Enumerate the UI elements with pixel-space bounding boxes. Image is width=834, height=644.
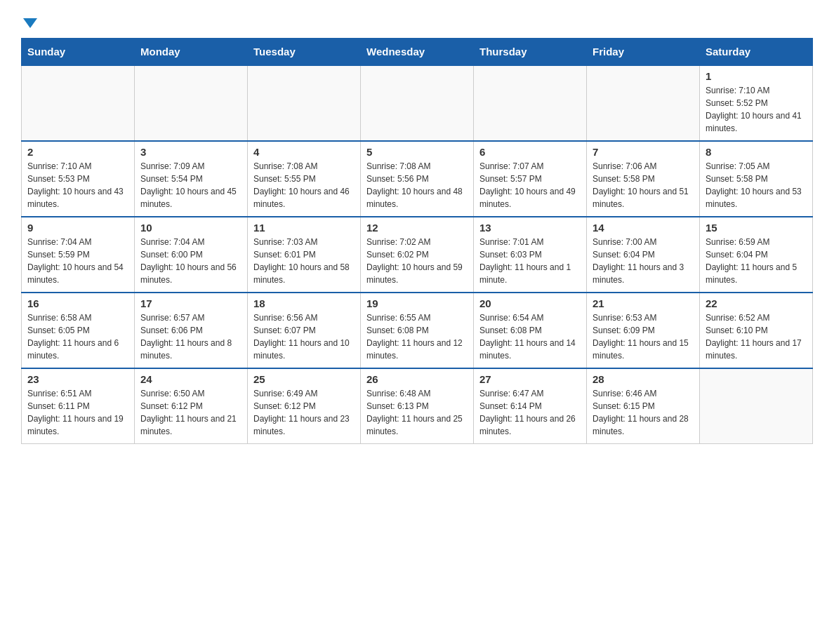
calendar-cell: 18Sunrise: 6:56 AMSunset: 6:07 PMDayligh…: [248, 293, 361, 368]
days-of-week-row: Sunday Monday Tuesday Wednesday Thursday…: [22, 39, 813, 66]
day-info: Sunrise: 7:08 AMSunset: 5:56 PMDaylight:…: [366, 160, 468, 210]
day-number: 1: [706, 70, 807, 82]
col-thursday: Thursday: [474, 39, 587, 66]
calendar-cell: 25Sunrise: 6:49 AMSunset: 6:12 PMDayligh…: [248, 368, 361, 444]
calendar-cell: 8Sunrise: 7:05 AMSunset: 5:58 PMDaylight…: [700, 141, 813, 217]
day-number: 25: [253, 373, 355, 385]
calendar-cell: 14Sunrise: 7:00 AMSunset: 6:04 PMDayligh…: [587, 217, 700, 293]
col-friday: Friday: [587, 39, 700, 66]
calendar-cell: 5Sunrise: 7:08 AMSunset: 5:56 PMDaylight…: [361, 141, 474, 217]
col-saturday: Saturday: [700, 39, 813, 66]
calendar-cell: 22Sunrise: 6:52 AMSunset: 6:10 PMDayligh…: [700, 293, 813, 368]
calendar-week-row: 2Sunrise: 7:10 AMSunset: 5:53 PMDaylight…: [22, 141, 813, 217]
calendar-cell: 1Sunrise: 7:10 AMSunset: 5:52 PMDaylight…: [700, 65, 813, 141]
day-info: Sunrise: 6:59 AMSunset: 6:04 PMDaylight:…: [706, 236, 807, 286]
calendar-cell: 12Sunrise: 7:02 AMSunset: 6:02 PMDayligh…: [361, 217, 474, 293]
day-number: 2: [27, 146, 128, 158]
calendar-cell: [248, 65, 361, 141]
calendar-week-row: 16Sunrise: 6:58 AMSunset: 6:05 PMDayligh…: [22, 293, 813, 368]
calendar-cell: 4Sunrise: 7:08 AMSunset: 5:55 PMDaylight…: [248, 141, 361, 217]
day-info: Sunrise: 7:04 AMSunset: 6:00 PMDaylight:…: [140, 236, 241, 286]
day-info: Sunrise: 6:53 AMSunset: 6:09 PMDaylight:…: [593, 311, 694, 362]
calendar-cell: 15Sunrise: 6:59 AMSunset: 6:04 PMDayligh…: [700, 217, 813, 293]
day-info: Sunrise: 7:10 AMSunset: 5:53 PMDaylight:…: [27, 160, 128, 210]
calendar-cell: 16Sunrise: 6:58 AMSunset: 6:05 PMDayligh…: [22, 293, 135, 368]
calendar-cell: [474, 65, 587, 141]
day-info: Sunrise: 6:50 AMSunset: 6:12 PMDaylight:…: [140, 387, 241, 438]
day-info: Sunrise: 7:09 AMSunset: 5:54 PMDaylight:…: [140, 160, 241, 210]
day-number: 24: [140, 373, 241, 385]
col-wednesday: Wednesday: [361, 39, 474, 66]
day-info: Sunrise: 6:48 AMSunset: 6:13 PMDaylight:…: [366, 387, 468, 438]
day-info: Sunrise: 6:54 AMSunset: 6:08 PMDaylight:…: [479, 311, 581, 362]
calendar-week-row: 23Sunrise: 6:51 AMSunset: 6:11 PMDayligh…: [22, 368, 813, 444]
day-number: 15: [706, 222, 807, 234]
day-number: 7: [593, 146, 694, 158]
calendar-cell: 6Sunrise: 7:07 AMSunset: 5:57 PMDaylight…: [474, 141, 587, 217]
logo: [21, 14, 37, 27]
calendar-cell: 19Sunrise: 6:55 AMSunset: 6:08 PMDayligh…: [361, 293, 474, 368]
day-info: Sunrise: 6:49 AMSunset: 6:12 PMDaylight:…: [253, 387, 355, 438]
calendar-cell: 9Sunrise: 7:04 AMSunset: 5:59 PMDaylight…: [22, 217, 135, 293]
calendar-week-row: 9Sunrise: 7:04 AMSunset: 5:59 PMDaylight…: [22, 217, 813, 293]
calendar-cell: [22, 65, 135, 141]
calendar-cell: 11Sunrise: 7:03 AMSunset: 6:01 PMDayligh…: [248, 217, 361, 293]
calendar-cell: 21Sunrise: 6:53 AMSunset: 6:09 PMDayligh…: [587, 293, 700, 368]
day-number: 23: [27, 373, 128, 385]
day-number: 10: [140, 222, 241, 234]
day-info: Sunrise: 7:08 AMSunset: 5:55 PMDaylight:…: [253, 160, 355, 210]
day-number: 18: [253, 297, 355, 309]
day-info: Sunrise: 6:56 AMSunset: 6:07 PMDaylight:…: [253, 311, 355, 362]
col-monday: Monday: [135, 39, 248, 66]
logo-arrow-icon: [23, 18, 37, 28]
page-header: [21, 14, 813, 27]
day-info: Sunrise: 6:51 AMSunset: 6:11 PMDaylight:…: [27, 387, 128, 438]
day-info: Sunrise: 7:04 AMSunset: 5:59 PMDaylight:…: [27, 236, 128, 286]
day-number: 12: [366, 222, 468, 234]
calendar-cell: 7Sunrise: 7:06 AMSunset: 5:58 PMDaylight…: [587, 141, 700, 217]
day-info: Sunrise: 6:47 AMSunset: 6:14 PMDaylight:…: [479, 387, 581, 438]
day-info: Sunrise: 7:02 AMSunset: 6:02 PMDaylight:…: [366, 236, 468, 286]
day-number: 5: [366, 146, 468, 158]
calendar-cell: 2Sunrise: 7:10 AMSunset: 5:53 PMDaylight…: [22, 141, 135, 217]
day-number: 8: [706, 146, 807, 158]
day-number: 20: [479, 297, 581, 309]
day-number: 14: [593, 222, 694, 234]
day-info: Sunrise: 7:01 AMSunset: 6:03 PMDaylight:…: [479, 236, 581, 286]
day-info: Sunrise: 7:10 AMSunset: 5:52 PMDaylight:…: [706, 84, 807, 135]
day-number: 3: [140, 146, 241, 158]
day-number: 13: [479, 222, 581, 234]
calendar-cell: 23Sunrise: 6:51 AMSunset: 6:11 PMDayligh…: [22, 368, 135, 444]
day-info: Sunrise: 7:07 AMSunset: 5:57 PMDaylight:…: [479, 160, 581, 210]
day-info: Sunrise: 7:00 AMSunset: 6:04 PMDaylight:…: [593, 236, 694, 286]
day-info: Sunrise: 6:46 AMSunset: 6:15 PMDaylight:…: [593, 387, 694, 438]
calendar-cell: 10Sunrise: 7:04 AMSunset: 6:00 PMDayligh…: [135, 217, 248, 293]
day-number: 28: [593, 373, 694, 385]
day-number: 22: [706, 297, 807, 309]
calendar-header: Sunday Monday Tuesday Wednesday Thursday…: [22, 39, 813, 66]
day-number: 16: [27, 297, 128, 309]
day-number: 26: [366, 373, 468, 385]
day-number: 21: [593, 297, 694, 309]
day-number: 19: [366, 297, 468, 309]
day-info: Sunrise: 7:05 AMSunset: 5:58 PMDaylight:…: [706, 160, 807, 210]
calendar-body: 1Sunrise: 7:10 AMSunset: 5:52 PMDaylight…: [22, 65, 813, 444]
day-info: Sunrise: 6:58 AMSunset: 6:05 PMDaylight:…: [27, 311, 128, 362]
calendar-cell: [587, 65, 700, 141]
day-number: 27: [479, 373, 581, 385]
day-number: 11: [253, 222, 355, 234]
day-number: 9: [27, 222, 128, 234]
calendar-cell: 17Sunrise: 6:57 AMSunset: 6:06 PMDayligh…: [135, 293, 248, 368]
calendar-cell: [700, 368, 813, 444]
day-number: 6: [479, 146, 581, 158]
day-info: Sunrise: 7:03 AMSunset: 6:01 PMDaylight:…: [253, 236, 355, 286]
calendar-cell: 28Sunrise: 6:46 AMSunset: 6:15 PMDayligh…: [587, 368, 700, 444]
calendar-cell: 26Sunrise: 6:48 AMSunset: 6:13 PMDayligh…: [361, 368, 474, 444]
col-sunday: Sunday: [22, 39, 135, 66]
calendar-cell: 24Sunrise: 6:50 AMSunset: 6:12 PMDayligh…: [135, 368, 248, 444]
calendar-cell: [135, 65, 248, 141]
calendar-cell: 13Sunrise: 7:01 AMSunset: 6:03 PMDayligh…: [474, 217, 587, 293]
calendar-cell: 3Sunrise: 7:09 AMSunset: 5:54 PMDaylight…: [135, 141, 248, 217]
day-info: Sunrise: 6:57 AMSunset: 6:06 PMDaylight:…: [140, 311, 241, 362]
calendar-week-row: 1Sunrise: 7:10 AMSunset: 5:52 PMDaylight…: [22, 65, 813, 141]
